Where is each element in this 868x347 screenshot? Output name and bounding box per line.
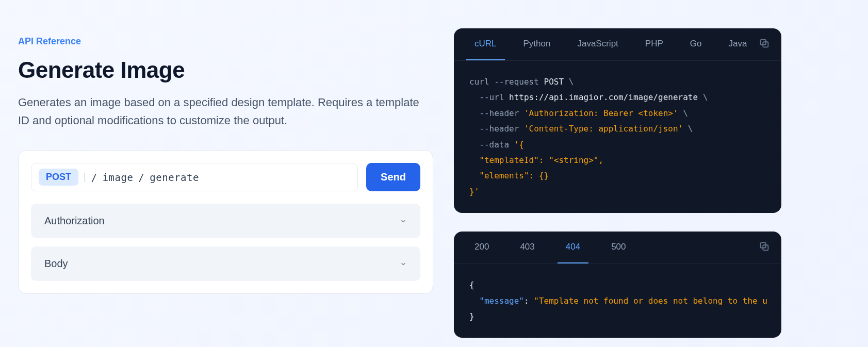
code-token: \ (698, 92, 708, 102)
response-code-content: { "message": "Template not found or does… (454, 264, 781, 338)
code-token: \ (678, 108, 688, 118)
code-token: \ (564, 77, 574, 87)
path-slash: / (91, 172, 97, 183)
code-token: }' (469, 187, 479, 196)
code-token: \ (683, 124, 693, 134)
code-token: } (469, 311, 474, 321)
code-token: --data (469, 140, 509, 150)
chevron-down-icon (400, 260, 407, 268)
page-description: Generates an image based on a specified … (18, 93, 433, 129)
tab-python[interactable]: Python (515, 28, 559, 60)
language-tabs: cURL Python JavaScript PHP Go Java (454, 28, 781, 61)
tab-javascript[interactable]: JavaScript (569, 28, 626, 60)
response-code-block: 200 403 404 500 { "message": "Template n… (454, 232, 781, 338)
endpoint-input[interactable]: POST | / image / generate (31, 163, 358, 191)
chevron-down-icon (400, 218, 407, 225)
path-segment-2: generate (150, 172, 199, 183)
tab-500[interactable]: 500 (603, 232, 634, 263)
code-token: '{ (509, 140, 524, 150)
authorization-section[interactable]: Authorization (31, 204, 420, 238)
code-token: --header (469, 108, 519, 118)
tab-java[interactable]: Java (720, 28, 755, 60)
code-token: 'Content-Type: application/json' (519, 124, 683, 134)
breadcrumb[interactable]: API Reference (18, 36, 433, 47)
code-token: : (524, 296, 534, 306)
code-token: "templateId": "<string>", (469, 155, 603, 165)
code-token: "message" (469, 296, 524, 306)
code-token: "Template not found or does not belong t… (534, 296, 767, 306)
method-badge: POST (39, 169, 78, 186)
copy-icon[interactable] (759, 241, 770, 252)
request-code-block: cURL Python JavaScript PHP Go Java curl … (454, 28, 781, 213)
request-code-content: curl --request POST \ --url https://api.… (454, 61, 781, 213)
tab-200[interactable]: 200 (466, 232, 497, 263)
code-token: "elements": {} (469, 171, 549, 180)
code-token: 'Authorization: Bearer <token>' (519, 108, 678, 118)
tab-php[interactable]: PHP (637, 28, 672, 60)
tab-go[interactable]: Go (682, 28, 710, 60)
path-slash: / (138, 172, 144, 183)
tab-404[interactable]: 404 (558, 232, 588, 263)
send-button[interactable]: Send (366, 163, 420, 191)
code-token: --url (469, 92, 504, 102)
status-tabs: 200 403 404 500 (454, 232, 781, 264)
copy-icon[interactable] (759, 38, 770, 49)
body-label: Body (44, 258, 68, 270)
code-token: curl (469, 77, 489, 87)
code-token: --header (469, 124, 519, 134)
path-divider: | (84, 172, 86, 183)
code-token: --request (494, 77, 539, 87)
body-section[interactable]: Body (31, 246, 420, 281)
path-segment-1: image (103, 172, 134, 183)
code-token: { (469, 280, 474, 290)
tab-403[interactable]: 403 (512, 232, 543, 263)
code-token: POST (544, 77, 564, 87)
code-token: https://api.imagior.com/image/generate (509, 92, 698, 102)
authorization-label: Authorization (44, 215, 105, 227)
request-card: POST | / image / generate Send Authoriza… (18, 150, 433, 294)
tab-curl[interactable]: cURL (466, 28, 505, 60)
page-title: Generate Image (18, 57, 433, 83)
